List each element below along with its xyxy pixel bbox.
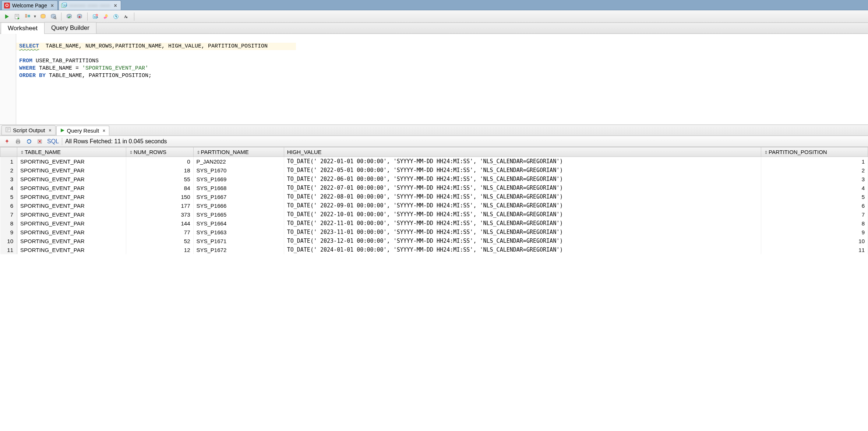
tab-script-output[interactable]: Script Output × [1,125,56,135]
table-row[interactable]: 6SPORTING_EVENT_PAR177SYS_P1666TO_DATE('… [0,201,868,210]
sql-history-button[interactable] [112,13,120,21]
toolbar-separator [87,13,88,21]
svg-rect-9 [25,16,27,17]
close-icon[interactable]: × [114,3,117,8]
autotrace-button[interactable] [39,13,47,21]
delete-row-button[interactable] [36,137,44,146]
rownum-cell: 1 [0,157,17,166]
table-row[interactable]: 9SPORTING_EVENT_PAR77SYS_P1663TO_DATE(' … [0,228,868,236]
explain-plan-button[interactable] [24,13,32,21]
cell-table-name: SPORTING_EVENT_PAR [17,192,126,201]
svg-rect-8 [25,14,27,15]
col-partition-position[interactable]: ⇕PARTITION_POSITION [761,147,868,157]
cell-partition-position: 3 [761,175,868,183]
cell-partition-position: 1 [761,157,868,166]
cell-table-name: SPORTING_EVENT_PAR [17,210,126,219]
table-row[interactable]: 7SPORTING_EVENT_PAR373SYS_P1665TO_DATE('… [0,210,868,219]
col-num-rows[interactable]: ⇕NUM_ROWS [126,147,193,157]
svg-text:a: a [126,15,128,19]
close-icon[interactable]: × [49,128,52,133]
cell-num-rows: 0 [126,157,193,166]
sort-icon: ⇕ [197,150,200,155]
doctab-sql-worksheet[interactable]: SQL -------- ----- ----- × [59,0,121,10]
run-statement-button[interactable] [3,13,11,21]
table-row[interactable]: 1SPORTING_EVENT_PAR0P_JAN2022TO_DATE(' 2… [0,157,868,166]
cell-high-value: TO_DATE(' 2022-08-01 00:00:00', 'SYYYY-M… [284,192,761,201]
cell-partition-name: P_JAN2022 [193,157,284,166]
svg-marker-30 [61,129,64,132]
cell-num-rows: 150 [126,192,193,201]
table-row[interactable]: 4SPORTING_EVENT_PAR84SYS_P1668TO_DATE(' … [0,183,868,192]
rownum-cell: 8 [0,219,17,228]
table-row[interactable]: 8SPORTING_EVENT_PAR144SYS_P1664TO_DATE('… [0,219,868,228]
sql-editor[interactable]: SELECT TABLE_NAME, NUM_ROWS,PARTITION_NA… [0,34,868,125]
cell-high-value: TO_DATE(' 2023-12-01 00:00:00', 'SYYYY-M… [284,236,761,245]
clear-button[interactable] [102,13,110,21]
cell-high-value: TO_DATE(' 2022-01-01 00:00:00', 'SYYYY-M… [284,157,761,166]
result-toolbar: SQL All Rows Fetched: 11 in 0.045 second… [0,136,868,147]
close-icon[interactable]: × [51,3,54,8]
col-high-value[interactable]: HIGH_VALUE [284,147,761,157]
cell-partition-name: SYS_P1665 [193,210,284,219]
rownum-cell: 2 [0,166,17,175]
table-row[interactable]: 10SPORTING_EVENT_PAR52SYS_P1671TO_DATE('… [0,236,868,245]
cell-table-name: SPORTING_EVENT_PAR [17,175,126,183]
table-row[interactable]: 2SPORTING_EVENT_PAR18SYS_P1670TO_DATE(' … [0,166,868,175]
col-partition-name[interactable]: ⇕PARTITION_NAME [193,147,284,157]
fetch-status: All Rows Fetched: 11 in 0.045 seconds [65,138,167,145]
query-result-grid[interactable]: ⇕TABLE_NAME ⇕NUM_ROWS ⇕PARTITION_NAME HI… [0,147,868,431]
cell-table-name: SPORTING_EVENT_PAR [17,236,126,245]
print-button[interactable] [14,137,22,146]
cell-high-value: TO_DATE(' 2022-05-01 00:00:00', 'SYYYY-M… [284,166,761,175]
table-row[interactable]: 11SPORTING_EVENT_PAR12SYS_P1672TO_DATE('… [0,245,868,254]
svg-rect-32 [17,139,19,141]
dropdown-caret-icon[interactable]: ▼ [33,14,37,18]
sql-tuning-button[interactable] [49,13,57,21]
cell-num-rows: 77 [126,228,193,236]
cell-table-name: SPORTING_EVENT_PAR [17,228,126,236]
table-header-row: ⇕TABLE_NAME ⇕NUM_ROWS ⇕PARTITION_NAME HI… [0,147,868,157]
close-icon[interactable]: × [103,128,105,133]
script-output-icon [6,127,11,133]
cell-table-name: SPORTING_EVENT_PAR [17,183,126,192]
cell-partition-name: SYS_P1669 [193,175,284,183]
refresh-button[interactable] [25,137,33,146]
svg-text:✱: ✱ [96,14,98,16]
tab-query-result-label: Query Result [67,127,99,134]
svg-line-14 [56,18,56,19]
run-script-button[interactable] [13,13,21,21]
unshared-worksheet-button[interactable]: SQL✱ [91,13,99,21]
rownum-header[interactable] [0,147,17,157]
rownum-cell: 3 [0,175,17,183]
find-replace-button[interactable]: Aa [122,13,130,21]
sort-icon: ⇕ [20,150,23,155]
toolbar-separator [134,13,134,21]
cell-table-name: SPORTING_EVENT_PAR [17,157,126,166]
table-row[interactable]: 3SPORTING_EVENT_PAR55SYS_P1669TO_DATE(' … [0,175,868,183]
commit-button[interactable] [65,13,73,21]
sql-keyword: ORDER BY [19,73,46,79]
cell-high-value: TO_DATE(' 2022-06-01 00:00:00', 'SYYYY-M… [284,175,761,183]
show-sql-button[interactable]: SQL [47,138,59,145]
cell-num-rows: 177 [126,201,193,210]
tab-query-result[interactable]: Query Result × [56,126,110,136]
table-row[interactable]: 5SPORTING_EVENT_PAR150SYS_P1667TO_DATE('… [0,192,868,201]
cell-partition-name: SYS_P1671 [193,236,284,245]
cell-partition-position: 8 [761,219,868,228]
tab-query-builder[interactable]: Query Builder [44,22,96,34]
cell-num-rows: 55 [126,175,193,183]
sql-editor-content[interactable]: SELECT TABLE_NAME, NUM_ROWS,PARTITION_NA… [19,35,868,125]
tab-script-output-label: Script Output [13,127,45,133]
doctab-welcome-label: Welcome Page [12,3,47,8]
cell-partition-position: 9 [761,228,868,236]
rownum-cell: 10 [0,236,17,245]
rownum-cell: 5 [0,192,17,201]
pin-button[interactable] [3,137,11,146]
cell-partition-position: 2 [761,166,868,175]
rollback-button[interactable] [75,13,84,21]
tab-worksheet[interactable]: Worksheet [1,22,45,34]
col-table-name[interactable]: ⇕TABLE_NAME [17,147,126,157]
doctab-welcome[interactable]: O Welcome Page × [1,0,58,10]
tab-worksheet-label: Worksheet [8,25,38,32]
cell-num-rows: 12 [126,245,193,254]
